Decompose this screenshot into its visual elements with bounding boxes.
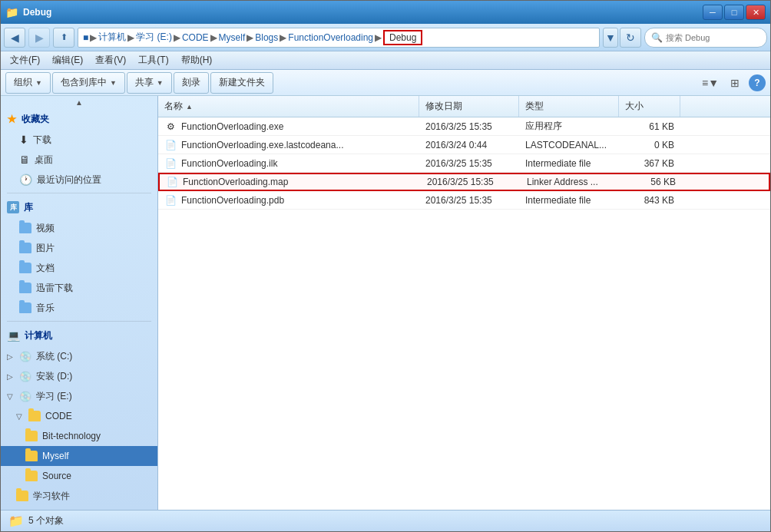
breadcrumb-blogs[interactable]: Blogs: [255, 32, 278, 43]
title-bar-left: 📁 Debug: [5, 6, 51, 18]
status-bar: 📁 5 个对象: [1, 510, 770, 531]
file-icon-0: ⚙: [164, 121, 177, 133]
sidebar-item-e-drive[interactable]: ▽ 💿 学习 (E:): [1, 386, 157, 406]
file-size-3: 56 KB: [620, 177, 682, 187]
sidebar-item-recent[interactable]: 🕐 最近访问的位置: [1, 170, 157, 190]
up-button[interactable]: ⬆: [53, 28, 74, 48]
sidebar-item-video[interactable]: 视频: [1, 218, 157, 238]
thunder-label: 迅雷下载: [36, 282, 73, 295]
thunder-folder-icon: [19, 283, 31, 293]
status-count: 5 个对象: [28, 514, 64, 527]
d-drive-label: 安装 (D:): [36, 370, 72, 383]
table-row[interactable]: ⚙ FunctionOverloading.exe 2016/3/25 15:3…: [158, 117, 770, 136]
menu-help[interactable]: 帮助(H): [175, 52, 219, 68]
file-name-2: FunctionOverloading.ilk: [181, 158, 277, 169]
menu-view[interactable]: 查看(V): [89, 52, 132, 68]
file-date-2: 2016/3/25 15:35: [419, 158, 519, 169]
col-header-name[interactable]: 名称 ▲: [158, 96, 419, 117]
file-date-0: 2016/3/25 15:35: [419, 121, 519, 132]
bit-label: Bit-technology: [42, 431, 101, 441]
share-button[interactable]: 共享 ▼: [127, 72, 172, 94]
breadcrumb-code[interactable]: CODE: [182, 32, 209, 43]
back-button[interactable]: ◀: [4, 28, 25, 48]
search-bar: 🔍: [644, 28, 767, 48]
organize-button[interactable]: 组织 ▼: [5, 72, 51, 94]
sidebar-library-header[interactable]: 库 库: [1, 197, 157, 218]
col-header-type[interactable]: 类型: [519, 96, 619, 117]
refresh-button[interactable]: ↻: [620, 28, 641, 48]
sidebar-scroll-up[interactable]: ▲: [1, 96, 157, 108]
menu-file[interactable]: 文件(F): [4, 52, 46, 68]
table-row[interactable]: 📄 FunctionOverloading.pdb 2016/3/25 15:3…: [158, 191, 770, 210]
file-icon-1: 📄: [164, 139, 177, 151]
sidebar-library: 库 库 视频 图片 文档 迅雷下载: [1, 197, 157, 318]
recent-label: 最近访问的位置: [37, 173, 101, 187]
breadcrumb-computer-label[interactable]: 计算机: [98, 31, 126, 44]
include-library-arrow: ▼: [110, 79, 117, 87]
sidebar-item-d-drive[interactable]: ▷ 💿 安装 (D:): [1, 366, 157, 386]
table-row-map[interactable]: 📄 FunctionOverloading.map 2016/3/25 15:3…: [158, 173, 770, 191]
include-library-label: 包含到库中: [61, 76, 107, 89]
sidebar-favorites: ★ 收藏夹 ⬇ 下载 🖥 桌面 🕐 最近访问的位置: [1, 108, 157, 190]
sidebar-item-source[interactable]: Source: [1, 466, 157, 486]
file-icon-2: 📄: [164, 157, 177, 170]
breadcrumb-drive[interactable]: 学习 (E:): [136, 31, 172, 44]
status-folder-icon: 📁: [8, 514, 24, 528]
share-arrow: ▼: [157, 79, 164, 87]
minimize-button[interactable]: ─: [703, 5, 723, 20]
menu-edit[interactable]: 编辑(E): [46, 52, 89, 68]
sidebar-item-c-drive[interactable]: ▷ 💿 系统 (C:): [1, 346, 157, 366]
file-type-2: Intermediate file: [519, 158, 619, 169]
video-label: 视频: [36, 222, 55, 235]
file-size-1: 0 KB: [619, 140, 680, 150]
sidebar-item-code[interactable]: ▽ CODE: [1, 406, 157, 426]
d-drive-icon: 💿: [19, 371, 31, 382]
new-folder-button[interactable]: 新建文件夹: [210, 72, 273, 94]
close-button[interactable]: ✕: [746, 5, 766, 20]
sidebar-item-pictures[interactable]: 图片: [1, 238, 157, 258]
burn-button[interactable]: 刻录: [174, 72, 209, 94]
myself-folder-icon: [25, 451, 38, 461]
view-list-button[interactable]: ≡▼: [700, 74, 721, 92]
video-folder-icon: [19, 223, 31, 233]
file-name-0: FunctionOverloading.exe: [181, 121, 283, 132]
sidebar-item-download[interactable]: ⬇ 下载: [1, 130, 157, 150]
col-header-date[interactable]: 修改日期: [419, 96, 519, 117]
breadcrumb-debug[interactable]: Debug: [383, 30, 422, 45]
dropdown-button[interactable]: ▼: [603, 28, 618, 48]
breadcrumb-computer[interactable]: ■: [83, 32, 88, 43]
sidebar-item-music[interactable]: 音乐: [1, 298, 157, 318]
table-row[interactable]: 📄 FunctionOverloading.ilk 2016/3/25 15:3…: [158, 154, 770, 173]
sidebar-item-bit-technology[interactable]: Bit-technology: [1, 426, 157, 446]
study-folder-icon: [16, 491, 28, 501]
include-library-button[interactable]: 包含到库中 ▼: [52, 72, 125, 94]
breadcrumb-myself[interactable]: Myself: [219, 32, 246, 43]
file-date-3: 2016/3/25 15:35: [421, 177, 521, 187]
sidebar-item-documents[interactable]: 文档: [1, 258, 157, 278]
music-folder-icon: [19, 302, 31, 313]
organize-arrow: ▼: [35, 79, 42, 87]
sidebar-favorites-header[interactable]: ★ 收藏夹: [1, 108, 157, 130]
table-row[interactable]: 📄 FunctionOverloading.exe.lastcodeana...…: [158, 136, 770, 154]
divider-2: [7, 321, 151, 322]
sidebar-item-study-software[interactable]: 学习软件: [1, 486, 157, 506]
sidebar-item-thunder[interactable]: 迅雷下载: [1, 278, 157, 298]
sidebar-computer-header[interactable]: 💻 计算机: [1, 325, 157, 346]
breadcrumb-function[interactable]: FunctionOverloading: [288, 32, 373, 43]
col-header-size[interactable]: 大小: [619, 96, 680, 117]
help-button[interactable]: ?: [749, 74, 766, 91]
preview-pane-button[interactable]: ⊞: [724, 74, 746, 92]
recent-icon: 🕐: [19, 173, 32, 186]
menu-tools[interactable]: 工具(T): [132, 52, 174, 68]
maximize-button[interactable]: □: [724, 5, 744, 20]
forward-button[interactable]: ▶: [28, 28, 50, 48]
sidebar-computer: 💻 计算机 ▷ 💿 系统 (C:) ▷ 💿 安装 (D:) ▽: [1, 325, 157, 506]
pictures-folder-icon: [19, 243, 31, 253]
e-drive-label: 学习 (E:): [36, 390, 72, 403]
address-bar: ◀ ▶ ⬆ ■ ▶ 计算机 ▶ 学习 (E:) ▶ CODE ▶ Myself …: [1, 24, 770, 51]
file-icon-4: 📄: [164, 194, 177, 207]
sidebar-item-desktop[interactable]: 🖥 桌面: [1, 150, 157, 170]
search-input[interactable]: [666, 33, 771, 42]
divider-1: [7, 193, 151, 193]
sidebar-item-myself[interactable]: Myself: [1, 446, 157, 466]
